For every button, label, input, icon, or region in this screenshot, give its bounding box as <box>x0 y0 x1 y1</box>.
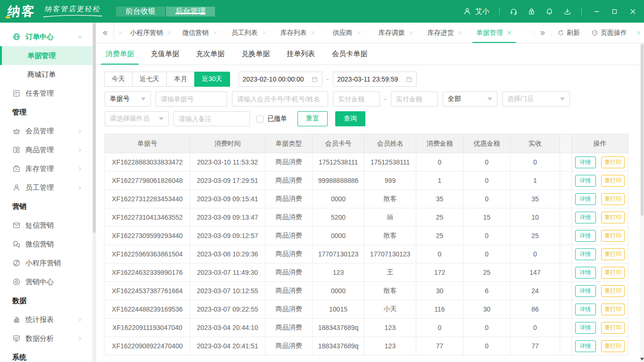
scroll-tabs-right-button[interactable] <box>534 30 552 36</box>
minimize-button[interactable] <box>594 8 600 15</box>
date-from-input[interactable]: 2023-02-10 00:00:00 <box>239 72 322 87</box>
detail-button[interactable]: 详情 <box>575 285 596 297</box>
search-field-select[interactable]: 单据号 <box>105 91 151 107</box>
main-scrollbar[interactable] <box>640 44 644 362</box>
sidebar-item-staff-management[interactable]: 员工管理 <box>0 178 92 197</box>
page-operations-button[interactable]: 页面操作 <box>586 29 633 37</box>
detail-button[interactable]: 详情 <box>575 175 596 187</box>
detail-button[interactable]: 详情 <box>575 267 596 279</box>
operator-select[interactable]: 请选择操作员 <box>105 111 169 126</box>
remark-input[interactable] <box>173 111 250 126</box>
revoked-label[interactable]: 已撤单 <box>267 115 287 123</box>
sidebar-item-order-center[interactable]: 订单中心 <box>0 27 92 46</box>
date-to-input[interactable]: 2023-03-11 23:59:59 <box>333 72 417 87</box>
close-tab-icon[interactable] <box>167 30 172 35</box>
close-tab-icon[interactable] <box>507 30 512 35</box>
store-select[interactable]: 选择门店 <box>502 91 570 107</box>
sidebar-item-inventory-management[interactable]: 库存管理 <box>0 159 92 178</box>
close-hidden-tab-button[interactable] <box>114 23 126 43</box>
sidebar-scrollbar[interactable] <box>92 23 96 362</box>
tab-receipt-management[interactable]: 单据管理 <box>470 23 519 43</box>
close-tab-icon[interactable] <box>409 30 414 35</box>
reprint-button[interactable]: 重打印 <box>601 248 625 260</box>
support-icon[interactable] <box>510 8 518 16</box>
close-tab-icon[interactable] <box>311 30 316 35</box>
reset-button[interactable]: 重置 <box>297 111 328 126</box>
subtab-recharge-receipts[interactable]: 充值单据 <box>151 43 179 65</box>
close-tab-icon[interactable] <box>262 30 267 35</box>
range-chip-last30days[interactable]: 近30天 <box>194 72 230 87</box>
reprint-button[interactable]: 重打印 <box>601 267 625 279</box>
range-chip-last7days[interactable]: 近七天 <box>132 72 167 87</box>
sidebar-item-marketing-center[interactable]: 营销中心 <box>0 272 92 291</box>
subtab-consume-receipts[interactable]: 消费单据 <box>106 43 134 65</box>
close-tab-icon[interactable] <box>356 30 362 35</box>
sidebar-item-miniapp-marketing[interactable]: 小程序营销 <box>0 254 92 272</box>
detail-button[interactable]: 详情 <box>575 248 596 260</box>
refresh-button[interactable]: 刷新 <box>552 29 586 37</box>
tab-supplier[interactable]: 供应商 <box>322 23 372 43</box>
sidebar-item-mall-orders[interactable]: 商城订单 <box>0 65 92 84</box>
maximize-button[interactable] <box>611 8 618 15</box>
tab-wechat-marketing[interactable]: 微信营销 <box>175 23 224 43</box>
receipt-no-input[interactable] <box>156 91 227 107</box>
detail-button[interactable]: 详情 <box>575 193 596 205</box>
detail-button[interactable]: 详情 <box>575 156 596 168</box>
amount-max-input[interactable] <box>391 91 438 107</box>
sidebar-item-data-analysis[interactable]: 数据分析 <box>0 329 92 348</box>
close-tab-icon[interactable] <box>213 30 218 35</box>
reprint-button[interactable]: 重打印 <box>601 193 625 205</box>
sidebar-item-task-management[interactable]: 任务管理 <box>0 84 92 103</box>
reprint-button[interactable]: 重打印 <box>601 156 625 168</box>
reprint-button[interactable]: 重打印 <box>601 340 625 352</box>
reprint-button[interactable]: 重打印 <box>601 322 625 334</box>
subtab-pending-orders[interactable]: 挂单列表 <box>287 43 315 65</box>
reprint-button[interactable]: 重打印 <box>601 304 625 315</box>
sidebar-scrollbar-thumb[interactable] <box>93 23 96 233</box>
sidebar-item-label: 订单中心 <box>25 33 54 41</box>
detail-button[interactable]: 详情 <box>575 230 596 242</box>
reprint-button[interactable]: 重打印 <box>601 175 625 187</box>
range-chip-this-month[interactable]: 本月 <box>166 72 195 87</box>
top-tab-front-cashier[interactable]: 前台收银 <box>116 7 165 16</box>
close-button[interactable] <box>629 8 636 15</box>
user-menu[interactable]: 艾小 <box>463 7 489 16</box>
sidebar-item-statistics-reports[interactable]: 统计报表 <box>0 310 92 329</box>
scroll-tabs-left-button[interactable] <box>96 23 114 43</box>
sidebar-item-sms-marketing[interactable]: 短信营销 <box>0 216 92 235</box>
subtab-exchange-receipts[interactable]: 兑换单据 <box>241 43 270 65</box>
range-chip-today[interactable]: 今天 <box>104 72 132 87</box>
tab-inventory-purchase[interactable]: 库存进货 <box>421 23 470 43</box>
search-button[interactable]: 查询 <box>335 111 365 126</box>
subtab-times-receipts[interactable]: 充次单据 <box>196 43 224 65</box>
tab-inventory-transfer[interactable]: 库存调拨 <box>372 23 421 43</box>
type-select[interactable]: 全部 <box>443 91 497 107</box>
sidebar-item-receipt-management[interactable]: 单据管理 <box>0 46 92 65</box>
scrollbar-down-arrow[interactable] <box>640 358 644 361</box>
tab-staff-list[interactable]: 员工列表 <box>224 23 273 43</box>
detail-button[interactable]: 详情 <box>575 212 596 223</box>
tab-miniapp-marketing[interactable]: 小程序营销 <box>126 23 175 43</box>
amount-min-input[interactable] <box>333 91 380 107</box>
expand-operations-button[interactable] <box>633 30 644 36</box>
sidebar-item-member-management[interactable]: 会员管理 <box>0 122 92 140</box>
sidebar-item-product-management[interactable]: 商品管理 <box>0 140 92 159</box>
main-scrollbar-thumb[interactable] <box>641 44 644 216</box>
detail-button[interactable]: 详情 <box>575 304 596 315</box>
lock-icon[interactable] <box>528 8 536 16</box>
top-tab-back-admin[interactable]: 后台管理 <box>166 7 215 16</box>
member-search-input[interactable] <box>232 91 328 107</box>
revoked-checkbox[interactable] <box>256 115 264 123</box>
reprint-button[interactable]: 重打印 <box>601 230 625 242</box>
close-tab-icon[interactable] <box>458 30 463 35</box>
download-icon[interactable] <box>563 8 571 16</box>
detail-button[interactable]: 详情 <box>575 322 596 334</box>
detail-button[interactable]: 详情 <box>575 340 596 352</box>
bell-icon[interactable] <box>545 8 553 16</box>
reprint-button[interactable]: 重打印 <box>601 285 625 297</box>
subtab-membercard-receipts[interactable]: 会员卡单据 <box>332 43 367 65</box>
tab-inventory-list[interactable]: 库存列表 <box>273 23 322 43</box>
reprint-button[interactable]: 重打印 <box>601 212 625 223</box>
sidebar-item-wechat-marketing[interactable]: 微信营销 <box>0 235 92 254</box>
name-cell: 散客 <box>364 227 416 245</box>
